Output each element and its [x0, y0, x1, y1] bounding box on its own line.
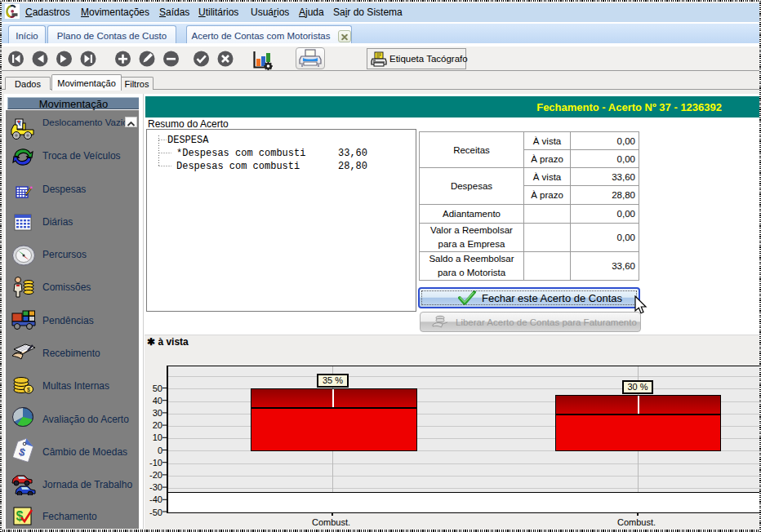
svg-text:$: $	[27, 387, 30, 392]
svg-text:$: $	[16, 509, 24, 523]
